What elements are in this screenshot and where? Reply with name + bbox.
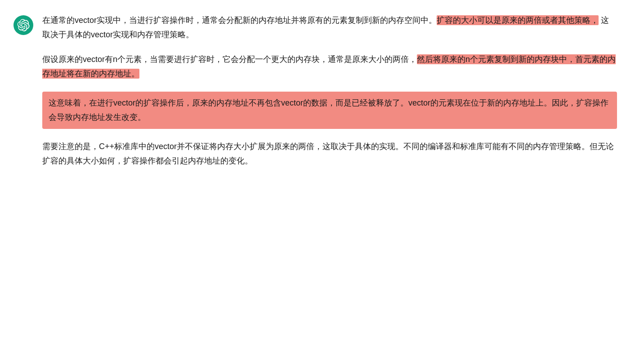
avatar-col xyxy=(13,13,33,168)
paragraph-2: 假设原来的vector有n个元素，当需要进行扩容时，它会分配一个更大的内存块，通… xyxy=(42,53,617,81)
paragraph-3-block: 这意味着，在进行vector的扩容操作后，原来的内存地址不再包含vector的数… xyxy=(42,92,617,129)
chatgpt-logo-icon xyxy=(17,19,30,31)
para4-text: 需要注意的是，C++标准库中的vector并不保证将内存大小扩展为原来的两倍，这… xyxy=(42,142,614,165)
para3-text: 这意味着，在进行vector的扩容操作后，原来的内存地址不再包含vector的数… xyxy=(49,98,608,122)
avatar xyxy=(13,15,33,35)
paragraph-4: 需要注意的是，C++标准库中的vector并不保证将内存大小扩展为原来的两倍，这… xyxy=(42,140,617,168)
paragraph-1: 在通常的vector实现中，当进行扩容操作时，通常会分配新的内存地址并将原有的元… xyxy=(42,13,617,42)
para1-highlight: 扩容的大小可以是原来的两倍或者其他策略， xyxy=(437,15,599,25)
chat-response: 在通常的vector实现中，当进行扩容操作时，通常会分配新的内存地址并将原有的元… xyxy=(13,13,617,168)
text-content: 在通常的vector实现中，当进行扩容操作时，通常会分配新的内存地址并将原有的元… xyxy=(42,13,617,168)
para1-text1: 在通常的vector实现中，当进行扩容操作时，通常会分配新的内存地址并将原有的元… xyxy=(42,16,437,25)
para2-text1: 假设原来的vector有n个元素，当需要进行扩容时，它会分配一个更大的内存块，通… xyxy=(42,55,417,64)
